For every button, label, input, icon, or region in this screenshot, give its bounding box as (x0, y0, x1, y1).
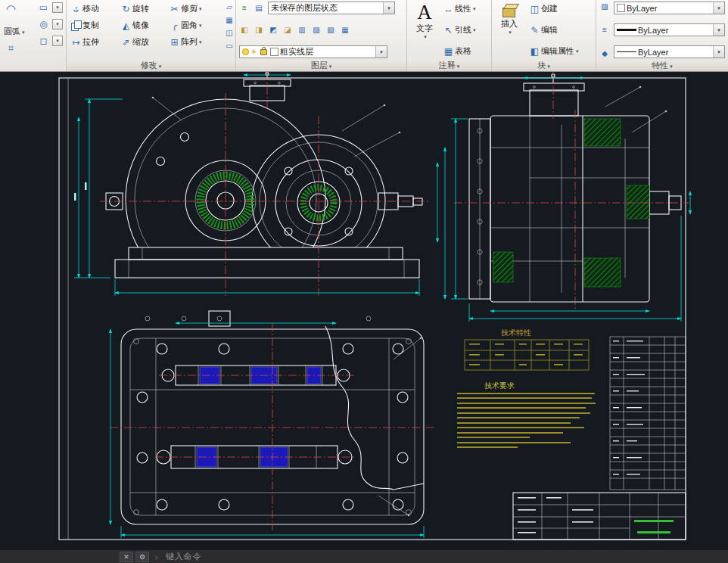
parts-list (610, 337, 686, 490)
layer-thaw-sun-icon[interactable]: ☀ (250, 48, 257, 56)
modify-panel-label[interactable]: 修改▾ (67, 60, 235, 71)
layer-state-icon[interactable]: ▤ (254, 3, 264, 13)
command-input[interactable]: 键入命令 (166, 551, 202, 562)
layer-off-icon[interactable]: ◪ (282, 25, 293, 35)
color-swatch (617, 4, 625, 12)
layer-lock-icon[interactable]: ▥ (297, 25, 307, 35)
mirror-button[interactable]: ◭镜像 (120, 18, 168, 33)
top-view (110, 311, 435, 530)
modify-panel: ↔↕移动 ↻旋转 ✂修剪▾ 复制 ◭镜像 ╭圆角▾ ↦拉伸 ⇗缩放 ⊞阵列▾ ▱… (67, 0, 236, 71)
layer-isolate-icon[interactable]: ◧ (239, 25, 250, 35)
layer-state-combo[interactable]: 未保存的图层状态 ▾ (268, 2, 395, 14)
copy-icon (70, 20, 82, 32)
lineweight-combo[interactable]: ByLayer ▾ (614, 23, 725, 36)
layers-panel-label[interactable]: 图层▾ (236, 60, 406, 71)
stretch-icon: ↦ (70, 36, 82, 48)
match-properties-icon[interactable]: ▨ (599, 2, 610, 11)
leader-icon: ↖ (442, 24, 455, 36)
fillet-button[interactable]: ╭圆角▾ (168, 18, 224, 33)
chevron-down-icon[interactable]: ▾ (713, 46, 724, 58)
table-icon: ▦ (442, 45, 455, 58)
layer-properties-icon[interactable]: ≡ (239, 3, 250, 13)
properties-list-icon[interactable]: ≡ (599, 25, 610, 35)
insert-block-button[interactable]: 插入 ▾ (495, 2, 524, 58)
break-icon[interactable]: ◫ (224, 28, 235, 38)
scale-button[interactable]: ⇗缩放 (120, 35, 168, 49)
rectangle-icon: ▭ (37, 2, 50, 14)
copy-button[interactable]: 复制 (70, 18, 120, 33)
linear-dimension-icon: ↔ (442, 3, 455, 15)
table-button[interactable]: ▦表格 (442, 44, 488, 58)
close-icon[interactable]: ✕ (120, 552, 133, 562)
create-block-button[interactable]: ◫创建 (528, 2, 593, 16)
tech-characteristics: 技术特性 (465, 328, 589, 370)
layer-freeze-icon[interactable]: ◩ (268, 25, 278, 35)
text-button[interactable]: A 文字 ▾ (410, 2, 439, 58)
edit-block-button[interactable]: ✎编辑 (528, 23, 593, 37)
flyout-arrow-icon[interactable]: ▾ (52, 36, 63, 46)
layer-match-icon[interactable]: ▨ (311, 25, 322, 35)
tech-requirements-title: 技术要求 (484, 381, 515, 390)
chevron-down-icon[interactable]: ▾ (375, 46, 387, 58)
layer-prev-icon[interactable]: ▧ (325, 25, 336, 35)
chevron-down-icon[interactable]: ▾ (713, 2, 724, 14)
text-icon: A (417, 2, 432, 23)
chevron-down-icon: ▾ (199, 6, 202, 12)
explode-icon[interactable]: ▦ (224, 15, 235, 25)
layer-walk-icon[interactable]: ▦ (340, 25, 350, 35)
top-view-dimensions (110, 323, 424, 538)
polyline-icon: ◻ (37, 35, 50, 47)
chevron-down-icon: ▾ (199, 39, 202, 45)
draw-flyout-1[interactable]: ▭▾ (37, 2, 63, 14)
draw-flyout-3[interactable]: ◻▾ (37, 35, 63, 47)
rotate-button[interactable]: ↻旋转 (120, 2, 168, 16)
properties-panel-label[interactable]: 特性▾ (596, 60, 728, 71)
side-view-dimensions (445, 78, 690, 322)
flyout-arrow-icon[interactable]: ▾ (52, 19, 63, 30)
object-color-combo[interactable]: ByLayer ▾ (614, 2, 725, 14)
move-icon: ↔↕ (70, 3, 82, 15)
arc-panel-label[interactable]: 圆弧▾ (4, 26, 25, 37)
join-icon[interactable]: ▭ (224, 41, 235, 51)
chevron-down-icon: ▾ (547, 64, 550, 69)
layer-unisolate-icon[interactable]: ◨ (254, 25, 264, 35)
modify-extra-strip: ▱ ▦ ◫ ▭ (224, 2, 235, 51)
ribbon: ◠ 圆弧▾ ⌗ ▭▾ ◎▾ ◻▾ ↔↕移动 ↻旋转 ✂修剪▾ 复制 ◭镜像 ╭圆… (0, 0, 728, 72)
properties-misc-icon[interactable]: ◆ (599, 48, 610, 58)
drawing-canvas[interactable]: 技术特性 技术要求 (0, 72, 728, 550)
block-panel-label[interactable]: 块▾ (492, 60, 596, 71)
move-button[interactable]: ↔↕移动 (70, 2, 120, 16)
linetype-combo[interactable]: ByLayer ▾ (614, 45, 725, 58)
trim-button[interactable]: ✂修剪▾ (168, 2, 224, 16)
chevron-down-icon[interactable]: ▾ (713, 24, 724, 36)
customize-icon[interactable]: ⚙ (135, 552, 149, 562)
stretch-button[interactable]: ↦拉伸 (70, 35, 120, 49)
leader-button[interactable]: ↖引线▾ (442, 23, 488, 37)
layer-color-chip[interactable] (270, 48, 278, 56)
array-button[interactable]: ⊞阵列▾ (168, 35, 224, 49)
title-block-green-text (634, 520, 674, 533)
erase-icon[interactable]: ▱ (224, 2, 235, 12)
table-cell-text-marks (469, 344, 583, 365)
linear-dimension-button[interactable]: ↔线性▾ (442, 2, 488, 16)
arc-icon[interactable]: ◠ (5, 3, 17, 15)
chevron-down-icon[interactable]: ▾ (383, 2, 394, 14)
current-layer-combo[interactable]: ☀ 粗实线层 ▾ (239, 45, 387, 58)
scale-icon: ⇗ (120, 36, 132, 48)
block-panel: 插入 ▾ ◫创建 ✎编辑 ◧编辑属性▾ 块▾ (492, 0, 596, 71)
draw-flyout-2[interactable]: ◎▾ (37, 18, 63, 30)
edit-attributes-icon: ◧ (528, 45, 541, 58)
chevron-down-icon: ▾ (424, 34, 427, 40)
layer-lock-icon[interactable] (260, 49, 267, 55)
hatch-icon[interactable]: ⌗ (5, 42, 17, 54)
layer-on-bulb-icon[interactable] (242, 48, 249, 55)
flyout-arrow-icon[interactable]: ▾ (52, 2, 63, 13)
parts-list-text-marks (613, 341, 645, 474)
annotate-panel-label[interactable]: 注释▾ (407, 60, 491, 71)
create-block-icon: ◫ (528, 3, 541, 15)
tech-requirements-text-lines (457, 393, 596, 448)
edit-attributes-button[interactable]: ◧编辑属性▾ (528, 44, 593, 58)
chevron-down-icon: ▾ (509, 30, 512, 36)
array-icon: ⊞ (168, 36, 181, 48)
layers-panel: ≡ ▤ 未保存的图层状态 ▾ ◧ ◨ ◩ ◪ ▥ ▨ ▧ ▦ ☀ (236, 0, 407, 71)
